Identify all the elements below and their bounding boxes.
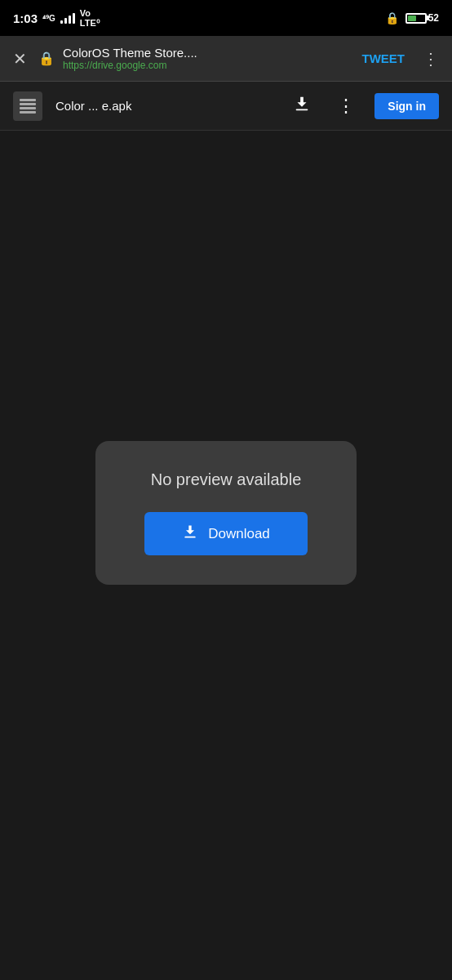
status-time: 1:03 <box>13 11 38 25</box>
site-title[interactable]: ColorOS Theme Store.... <box>63 46 348 60</box>
sign-in-button[interactable]: Sign in <box>374 93 439 119</box>
signal-bar-4 <box>73 13 75 24</box>
header-more-menu-button[interactable]: ⋮ <box>330 92 361 120</box>
svg-rect-5 <box>185 537 196 538</box>
battery-fill <box>408 16 416 21</box>
download-button[interactable]: Download <box>144 512 308 555</box>
battery-level: 52 <box>428 12 439 24</box>
close-button[interactable]: ✕ <box>10 46 30 72</box>
file-name: Color ... e.apk <box>55 99 273 113</box>
lock-status-icon: 🔒 <box>385 11 399 24</box>
svg-rect-0 <box>20 99 36 101</box>
download-label: Download <box>208 526 270 542</box>
preview-card: No preview available Download <box>95 441 357 585</box>
signal-bar-1 <box>60 20 63 24</box>
signal-indicator: ⁴⁹G <box>42 14 55 23</box>
url-section: ColorOS Theme Store.... https://drive.go… <box>63 46 348 71</box>
browser-bar: ✕ 🔒 ColorOS Theme Store.... https://driv… <box>0 36 452 82</box>
url-text[interactable]: https://drive.google.com <box>63 60 348 71</box>
battery-container: 52 <box>405 12 439 24</box>
lte-label: VoLTE⁰ <box>80 8 100 29</box>
browser-more-menu-button[interactable]: ⋮ <box>419 46 442 72</box>
signal-bar-2 <box>64 18 67 24</box>
file-list-icon <box>13 91 42 121</box>
battery-icon <box>405 13 427 24</box>
app-header: Color ... e.apk ⋮ Sign in <box>0 82 452 131</box>
svg-rect-4 <box>296 109 308 110</box>
svg-rect-3 <box>20 111 36 114</box>
no-preview-text: No preview available <box>151 470 302 489</box>
status-left: 1:03 ⁴⁹G VoLTE⁰ <box>13 8 100 29</box>
signal-bars <box>60 12 75 24</box>
tweet-button[interactable]: TWEET <box>356 48 412 69</box>
svg-rect-1 <box>20 103 36 105</box>
header-download-button[interactable] <box>286 91 317 121</box>
svg-rect-2 <box>20 107 36 109</box>
main-content: No preview available Download <box>0 131 452 980</box>
status-right: 🔒 52 <box>385 11 439 24</box>
secure-lock-icon: 🔒 <box>38 51 55 66</box>
signal-bar-3 <box>69 16 71 24</box>
download-icon <box>182 523 198 544</box>
status-bar: 1:03 ⁴⁹G VoLTE⁰ 🔒 52 <box>0 0 452 36</box>
